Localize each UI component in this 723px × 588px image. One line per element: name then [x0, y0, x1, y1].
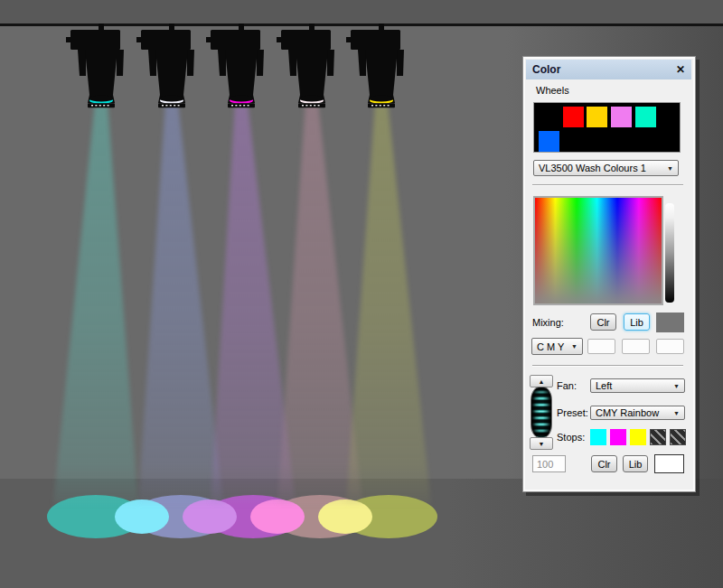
footer-library-button[interactable]: Lib	[623, 455, 648, 472]
mix-value-field[interactable]	[656, 339, 684, 354]
thumbwheel-control[interactable]: ▲ ▼	[530, 375, 553, 450]
value-input[interactable]	[532, 455, 566, 472]
mix-value-field[interactable]	[622, 339, 650, 354]
mix-mode-dropdown[interactable]: C M Y ▼	[531, 338, 583, 355]
mixing-clear-button[interactable]: Clr	[590, 313, 616, 331]
light-fixture[interactable]	[65, 23, 137, 110]
panel-title: Color	[532, 63, 560, 76]
stage-viewport: Color ✕ Wheels VL3500 Wash Colours 1 ▼ M…	[0, 0, 723, 588]
stop-color-swatch[interactable]	[610, 429, 626, 445]
mixing-label: Mixing:	[532, 317, 564, 328]
stop-color-swatch[interactable]	[630, 429, 646, 445]
brightness-slider[interactable]	[665, 203, 674, 303]
light-fixture[interactable]	[276, 23, 348, 110]
chevron-down-icon: ▼	[673, 410, 680, 416]
light-fixture[interactable]	[205, 23, 277, 110]
preset-value: CMY Rainbow	[596, 407, 659, 418]
wheels-label: Wheels	[536, 85, 569, 96]
wheel-color-slot[interactable]	[539, 131, 559, 152]
light-fixture[interactable]	[345, 23, 418, 110]
stop-color-swatch[interactable]	[590, 429, 606, 445]
fan-dropdown[interactable]: Left ▼	[590, 378, 685, 393]
wheel-color-slot[interactable]	[587, 107, 607, 127]
color-gradient-picker[interactable]	[533, 196, 663, 305]
chevron-down-icon: ▼	[571, 343, 577, 350]
preset-dropdown[interactable]: CMY Rainbow ▼	[590, 406, 685, 420]
chevron-down-icon: ▼	[667, 165, 673, 172]
light-fixture[interactable]	[136, 23, 208, 110]
wheel-color-slot[interactable]	[611, 107, 632, 127]
wheel-select-dropdown[interactable]: VL3500 Wash Colours 1 ▼	[533, 160, 679, 176]
separator	[532, 184, 683, 186]
wheel-select-value: VL3500 Wash Colours 1	[539, 163, 646, 173]
mix-mode-value: C M Y	[537, 341, 564, 352]
wheel-color-strip[interactable]	[533, 102, 681, 153]
scroll-up-icon[interactable]: ▲	[530, 375, 553, 387]
scroll-down-icon[interactable]: ▼	[530, 437, 553, 450]
color-panel: Color ✕ Wheels VL3500 Wash Colours 1 ▼ M…	[522, 56, 696, 492]
mix-value-field[interactable]	[587, 339, 615, 354]
separator	[532, 365, 683, 367]
fan-label: Fan:	[557, 380, 577, 391]
fan-value: Left	[596, 380, 612, 391]
mixing-library-button[interactable]: Lib	[624, 313, 650, 331]
close-icon[interactable]: ✕	[676, 63, 685, 76]
chevron-down-icon: ▼	[673, 383, 680, 389]
current-color-swatch[interactable]	[654, 454, 684, 473]
stops-row	[590, 429, 686, 445]
stop-hatch-swatch[interactable]	[670, 429, 686, 445]
wheel-color-slot[interactable]	[635, 107, 656, 127]
wheel-color-slot[interactable]	[563, 107, 584, 127]
stops-label: Stops:	[557, 432, 585, 443]
stop-hatch-swatch[interactable]	[650, 429, 666, 445]
preset-label: Preset:	[557, 407, 588, 418]
footer-clear-button[interactable]: Clr	[591, 455, 617, 472]
mix-color-swatch[interactable]	[656, 313, 684, 332]
thumbwheel-wheel[interactable]	[531, 387, 552, 438]
panel-titlebar[interactable]: Color ✕	[526, 60, 691, 79]
